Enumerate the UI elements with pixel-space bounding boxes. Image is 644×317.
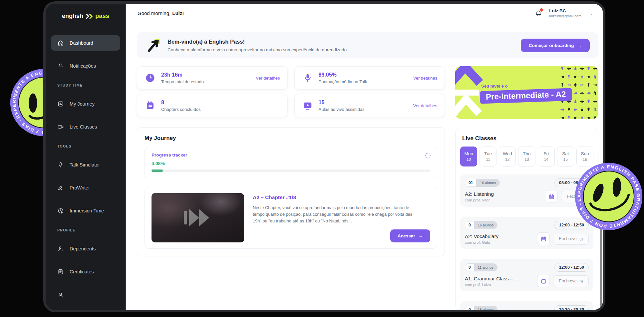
see-details-link[interactable]: Ver detalhes (413, 103, 437, 108)
add-to-calendar-button[interactable] (537, 232, 550, 245)
brand-word-english: english (62, 13, 83, 20)
class-status-button[interactable]: Em breve ◷ (553, 275, 589, 287)
add-to-calendar-button[interactable] (545, 190, 558, 203)
progress-bar-fill (152, 169, 163, 172)
pattern-glyph: ↯ (593, 114, 597, 119)
enrolled-count: 0 (465, 221, 474, 229)
chapter-thumbnail[interactable] (152, 193, 244, 242)
pattern-glyph: ↟ (586, 106, 591, 113)
chevron-down-icon[interactable]: ⌄ (589, 11, 593, 16)
pattern-glyph: ↯ (593, 90, 597, 97)
day-tab[interactable]: Tue 11 (480, 147, 496, 166)
pattern-glyph: ↡ (573, 66, 578, 72)
day-name: Fri (543, 151, 549, 156)
my-journey-title: My Journey (145, 135, 437, 142)
greeting-user-name: Luiz! (172, 10, 184, 16)
start-onboarding-button[interactable]: Começar onboarding→ (521, 39, 590, 52)
pattern-glyph: ↡ (573, 98, 578, 105)
enrollment-badge: 0 16 alunos (465, 306, 497, 310)
add-to-calendar-button[interactable] (537, 275, 550, 287)
pattern-glyph: ↠ (586, 73, 591, 81)
sidebar-item[interactable]: Certificates (51, 264, 120, 279)
certificate-icon (57, 268, 64, 275)
brand-watermark-icon (182, 206, 214, 230)
enrollment-badge: 0 11 alunos (465, 263, 497, 271)
class-title: A1: Grammar Class –... (465, 276, 517, 281)
sidebar-item-label: Dashboard (70, 40, 93, 46)
stat-value: 23h 16m (161, 72, 204, 78)
sidebar-item[interactable]: ProWriter (51, 180, 120, 195)
capacity-label: 16 alunos (476, 179, 499, 186)
day-name: Mon (464, 151, 473, 156)
loading-spinner-icon (424, 152, 432, 159)
stat-value: 8 (161, 100, 201, 106)
sidebar-item-label: Dependents (70, 246, 96, 251)
day-date: 13 (524, 157, 529, 162)
stat-label: Tempo total de estudo (161, 79, 204, 84)
day-tab[interactable]: Wed 12 (499, 147, 516, 166)
stat-card: 23h 16m Tempo total de estudo Ver detalh… (137, 66, 288, 90)
immersion-clock-icon (57, 207, 64, 214)
progress-tracker-card: Progress tracker 4.08% (145, 147, 437, 178)
stat-value: 15 (319, 100, 365, 106)
pattern-glyph: ↟ (586, 81, 591, 89)
chapter-description: Neste Chapter, você vai se aprofundar ma… (253, 204, 419, 224)
day-date: 12 (505, 157, 509, 162)
sidebar-item-label: ProWriter (70, 185, 90, 190)
day-tab[interactable]: Sat 15 (557, 147, 574, 166)
day-selector: Mon 10 Tue 11 Wed (460, 147, 593, 166)
day-date: 16 (583, 157, 587, 162)
sidebar-item[interactable] (51, 287, 120, 302)
sidebar-item-label: My Journey (70, 101, 95, 107)
user-name: Luiz BC (549, 8, 581, 13)
live-play-icon (302, 100, 313, 111)
pattern-glyph: ↞ (573, 106, 578, 113)
pattern-glyph: ↟ (586, 66, 591, 72)
sidebar-item[interactable]: Talk Simulator (51, 157, 120, 172)
brand-word-pass: pass (95, 13, 109, 20)
access-chapter-button[interactable]: Acessar→ (390, 229, 430, 242)
pattern-glyph: ↞ (573, 73, 578, 81)
day-tab[interactable]: Mon 10 (460, 147, 477, 166)
class-time: 19:30 - 20:20 (554, 305, 589, 310)
day-date: 10 (467, 157, 471, 162)
sidebar-item[interactable]: Notificações (51, 58, 120, 74)
notifications-bell-icon[interactable] (534, 9, 542, 17)
stat-card: 89.05% Pontuação média no Talk Ver detal… (294, 66, 445, 90)
user-menu[interactable]: Luiz BC luizfurb@gmail.com (549, 8, 581, 18)
day-date: 14 (544, 157, 548, 162)
sidebar-item[interactable]: My Journey (51, 96, 120, 112)
stat-value: 89.05% (319, 72, 367, 78)
enrollment-badge: 01 16 alunos (465, 179, 500, 187)
day-tab[interactable]: Thu 13 (518, 147, 535, 166)
day-name: Wed (503, 151, 512, 156)
sidebar-item[interactable]: Dependents (51, 241, 120, 256)
pattern-glyph: ↞ (580, 66, 584, 72)
sidebar-item[interactable]: Immersion Time (51, 203, 120, 218)
stat-label: Pontuação média no Talk (319, 79, 367, 84)
sidebar-item[interactable]: Live Classes (51, 119, 120, 135)
day-name: Tue (484, 151, 492, 156)
sidebar-item[interactable]: Dashboard (51, 35, 120, 51)
capacity-label: 16 alunos (474, 306, 497, 310)
stat-card: 8 Chapters concluídos (137, 94, 288, 117)
see-details-link[interactable]: Ver detalhes (413, 76, 437, 81)
class-status-label: Em breve (559, 236, 577, 241)
class-title: A2: Listening (465, 191, 494, 197)
class-status-label: Em breve (559, 279, 577, 283)
pattern-glyph: ↯ (593, 106, 597, 113)
class-teacher: com prof. Gabi (465, 240, 498, 244)
bar-chart-icon (57, 101, 64, 107)
pattern-glyph: ↟ (567, 73, 571, 81)
arrow-right-icon: → (419, 233, 423, 238)
arrow-right-icon: → (577, 43, 582, 48)
pattern-glyph: ↞ (580, 98, 584, 105)
pattern-glyph: ↟ (567, 106, 571, 113)
video-camera-icon (57, 124, 64, 130)
capacity-label: 11 alunos (474, 264, 497, 271)
see-details-link[interactable]: Ver detalhes (256, 76, 280, 81)
brand-logo: english pass (46, 9, 126, 23)
pattern-glyph: ↟ (567, 114, 571, 119)
day-tab[interactable]: Fri 14 (538, 147, 555, 166)
user-email: luizfurb@gmail.com (549, 14, 581, 18)
